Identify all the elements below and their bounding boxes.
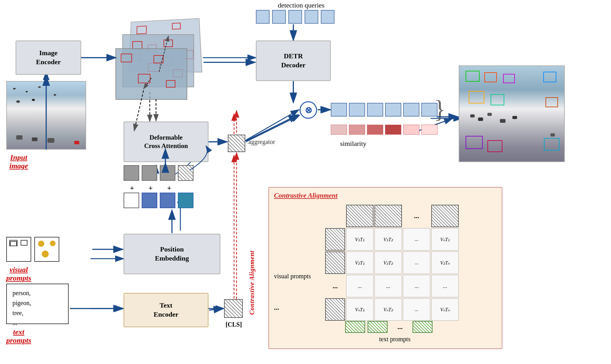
embed-row-1 [124, 165, 193, 181]
ca-cell-dots-r3-4: ... [431, 275, 459, 297]
input-image [6, 81, 86, 150]
embed-sq-gray-3 [160, 165, 175, 181]
detection-queries-label: detection queries [256, 1, 346, 9]
ca-cell-dots-1: ... [403, 228, 430, 251]
ca-visual-prompts-label: visual prompts [274, 272, 311, 280]
text-prompt-box: person, pigeon, tree, ... [6, 284, 69, 324]
ca-bottom-hatch-row: ... [345, 321, 433, 333]
svg-line-45 [209, 309, 223, 310]
image-encoder-box: Image Encoder [16, 41, 81, 75]
text-encoder-label: Text Encoder [154, 301, 178, 319]
ca-cell-dots-r3-3: ... [403, 275, 430, 297]
query-sq-3 [288, 10, 302, 24]
ca-cell-dots-2: ... [403, 251, 430, 274]
sim-sq-6 [421, 125, 437, 135]
vp-box-2 [34, 237, 59, 262]
token-row [331, 103, 437, 117]
ca-cell-vnt2: VₙT₂ [374, 298, 402, 321]
svg-line-25 [159, 36, 169, 72]
svg-line-37 [246, 115, 298, 141]
ca-cell-dots-r3-2: ... [374, 275, 402, 297]
ca-cell-v2t1: V₂T₁ [346, 251, 374, 274]
embed-sq-teal [178, 193, 193, 208]
query-sq-1 [256, 10, 270, 24]
token-2 [349, 103, 365, 117]
ca-header-corner [325, 205, 345, 227]
contrastive-alignment-box: Contrastive Alignment visual prompts tex… [268, 187, 502, 349]
token-3 [367, 103, 383, 117]
detr-decoder-label: DETR Decoder [281, 52, 306, 69]
ca-bottom-hatch-3 [413, 321, 433, 333]
embed-sq-blue-2 [160, 193, 175, 208]
aggregator-hatch [228, 135, 245, 152]
position-embedding-label: Position Embedding [155, 245, 189, 263]
deformable-label: Deformable Cross Attention [144, 133, 188, 151]
position-embedding-box: Position Embedding [124, 234, 220, 274]
token-5 [403, 103, 419, 117]
ca-hatch-top-3 [431, 205, 459, 227]
ca-cell-v1t1-1: V₁T₁ [346, 228, 374, 251]
svg-line-22 [245, 110, 299, 141]
token-4 [385, 103, 401, 117]
embed-sq-hatch [178, 165, 193, 181]
ca-left-hatch-n [325, 298, 345, 321]
detr-decoder-box: DETR Decoder [256, 41, 331, 81]
diagram-container: Image Encoder [0, 0, 611, 364]
input-image-label: Input image [9, 153, 28, 170]
plus-row: + + + [130, 184, 171, 192]
image-encoder-label: Image Encoder [36, 49, 61, 66]
text-prompt-content: person, pigeon, tree, ... [12, 290, 31, 326]
ca-cell-vnt1-2: VₙT₁ [346, 298, 374, 321]
ca-matrix-grid: ... V₁T₁ V₁T₂ ... VₙT₁ V₂T₁ V₂T₂ ... V₂T… [325, 205, 459, 321]
embed-sq-gray-2 [142, 165, 157, 181]
contrastive-alignment-label: Contrastive Alignment [248, 153, 256, 315]
ca-hatch-top-2 [374, 205, 402, 227]
ca-cell-v1t2-1: V₁T₂ [374, 228, 402, 251]
output-image [459, 65, 565, 162]
embed-sq-gray-1 [124, 165, 139, 181]
ca-cell-v2t2: V₂T₂ [374, 251, 402, 274]
ca-cell-dots-r4: ... [403, 298, 430, 321]
embed-row-2 [124, 193, 193, 208]
ca-cell-v2tn: V₂Tₙ [431, 251, 459, 274]
vp-box-1 [6, 237, 31, 262]
sim-sq-1 [331, 125, 347, 135]
sim-sq-5 [403, 125, 419, 135]
ca-cell-vnt1-1: VₙT₁ [431, 228, 459, 251]
ca-left-hatch-2 [325, 251, 345, 274]
token-1 [331, 103, 347, 117]
ca-bottom-hatch-1 [345, 321, 365, 333]
similarity-row [331, 125, 437, 135]
aggregator-label: aggregator [248, 138, 275, 146]
ca-text-prompts-label: text prompts [379, 336, 411, 343]
ca-hatch-top-1 [346, 205, 374, 227]
otimes-symbol: ⊗ [300, 101, 317, 119]
query-sq-5 [321, 10, 335, 24]
ca-cell-vntn: VₙTₙ [431, 298, 459, 321]
query-sq-2 [272, 10, 286, 24]
brace: } [434, 97, 446, 122]
svg-line-24 [144, 78, 151, 89]
ca-row-dots-label: ... [325, 275, 345, 297]
text-prompts-label: text prompts [6, 328, 31, 345]
ca-dots-top: ... [403, 205, 430, 227]
cls-hatch [224, 299, 243, 318]
detection-queries-row [256, 10, 335, 24]
ca-left-hatch-1 [325, 228, 345, 251]
embed-sq-white [124, 193, 139, 208]
embed-sq-blue-1 [142, 193, 157, 208]
ca-bottom-hatch-2 [368, 321, 388, 333]
feature-map [115, 19, 203, 100]
cls-label: [CLS] [220, 321, 248, 328]
ca-dots-vertical: ... [274, 304, 279, 312]
query-sq-4 [305, 10, 318, 24]
deformable-cross-attn-box: Deformable Cross Attention [124, 122, 208, 162]
text-encoder-box: Text Encoder [124, 293, 208, 327]
svg-line-12 [246, 115, 300, 142]
ca-bottom-dots: ... [390, 321, 410, 333]
ca-cell-dots-r3-1: ... [346, 275, 374, 297]
visual-prompts-label: visual prompts [6, 266, 31, 282]
sim-sq-4 [385, 125, 401, 135]
sim-sq-2 [349, 125, 365, 135]
sim-sq-3 [367, 125, 383, 135]
